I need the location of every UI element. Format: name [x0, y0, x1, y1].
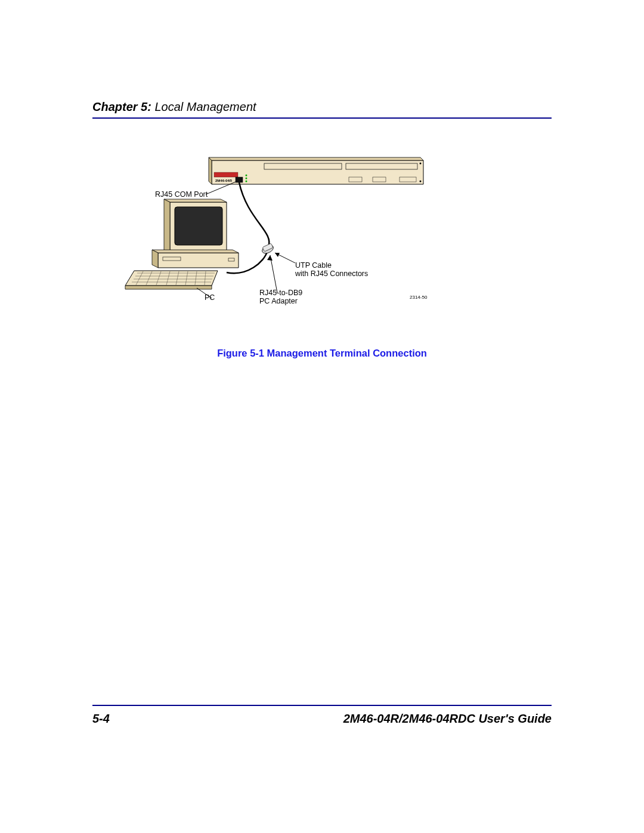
svg-marker-31	[125, 286, 212, 289]
arrow-icon	[275, 253, 295, 263]
svg-rect-6	[236, 177, 243, 182]
label-pc: PC	[205, 293, 215, 302]
svg-marker-22	[164, 199, 227, 202]
svg-point-8	[246, 178, 247, 179]
page-number: 5-4	[92, 712, 110, 726]
label-adapter: RJ45-to-DB9 PC Adapter	[259, 289, 302, 306]
svg-point-9	[246, 181, 247, 182]
svg-line-19	[270, 255, 277, 293]
footer-rule	[92, 705, 552, 706]
label-utp-cable: UTP Cable with RJ45 Connectors	[295, 261, 368, 278]
diagram-svg: 2M46-04R	[92, 143, 552, 333]
svg-marker-2	[209, 157, 212, 184]
diagram-number: 2314-50	[410, 295, 427, 300]
figure-caption: Figure 5-1 Management Terminal Connectio…	[92, 348, 552, 359]
svg-marker-0	[212, 160, 423, 184]
svg-point-13	[420, 163, 422, 165]
svg-marker-26	[152, 250, 239, 253]
guide-title: 2M46-04R/2M46-04RDC User's Guide	[343, 712, 552, 726]
label-line: PC Adapter	[259, 297, 298, 305]
svg-point-14	[420, 181, 422, 182]
adapter-icon	[261, 243, 274, 255]
figure-area: 2M46-04R	[92, 143, 552, 345]
label-line: with RJ45 Connectors	[295, 270, 368, 278]
svg-point-7	[246, 175, 247, 176]
page-footer: 5-4 2M46-04R/2M46-04RDC User's Guide	[92, 705, 552, 726]
chapter-header: Chapter 5: Local Management	[92, 100, 552, 116]
header-rule	[92, 117, 552, 119]
svg-marker-23	[164, 199, 170, 253]
svg-rect-24	[175, 207, 222, 245]
svg-marker-30	[125, 271, 218, 286]
chapter-number: Chapter 5:	[92, 100, 151, 113]
svg-marker-25	[158, 253, 239, 268]
svg-marker-1	[209, 157, 423, 160]
label-rj45-com-port: RJ45 COM Port	[155, 190, 208, 199]
keyboard-icon	[125, 271, 218, 289]
label-line: RJ45-to-DB9	[259, 289, 302, 297]
label-line: UTP Cable	[295, 261, 332, 270]
network-device-icon: 2M46-04R	[209, 157, 423, 184]
arrow-icon	[267, 255, 277, 293]
chapter-title: Local Management	[151, 100, 256, 113]
device-model-label: 2M46-04R	[215, 179, 233, 182]
svg-marker-27	[152, 250, 158, 268]
svg-marker-20	[267, 255, 273, 261]
page-content: Chapter 5: Local Management 2M46-04R	[92, 100, 552, 359]
monitor-icon	[152, 199, 239, 268]
svg-rect-5	[214, 172, 238, 177]
